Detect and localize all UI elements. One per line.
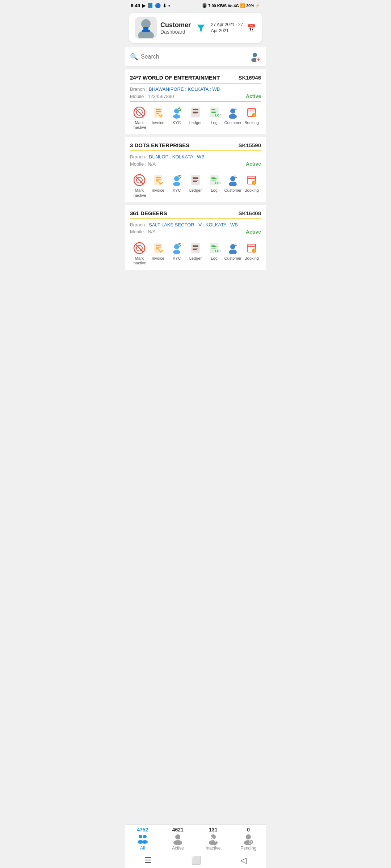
action-icon-mark-inactive xyxy=(133,242,146,255)
action-icon-kyc xyxy=(170,174,183,187)
action-label-ledger: Ledger xyxy=(189,256,202,261)
action-label-kyc: KYC xyxy=(173,256,181,261)
svg-rect-27 xyxy=(211,112,216,113)
action-customer[interactable]: L Customer xyxy=(224,174,242,197)
action-invoice[interactable]: Invoice xyxy=(149,106,167,130)
action-icon-kyc xyxy=(170,106,183,119)
svg-rect-48 xyxy=(193,177,198,178)
svg-point-86 xyxy=(229,250,237,254)
mobile-number: N/A xyxy=(148,229,156,234)
svg-rect-33 xyxy=(248,109,256,111)
status-time: 6:49 xyxy=(131,3,140,8)
branch-link[interactable]: SALT LAKE SECTOR - V : KOLKATA : WB xyxy=(149,222,238,227)
status-badge: Active xyxy=(246,161,261,167)
action-label-invoice: Invoice xyxy=(152,256,164,261)
date-range-text: 27 Apr 2021 - 27 Apr 2021 xyxy=(211,22,243,34)
customer-card: 24*7 WORLD OF ENTERTAINMENT SK16946 Bran… xyxy=(125,69,266,134)
action-label-mark-inactive: MarkInactive xyxy=(133,188,146,197)
page-title: Customer xyxy=(160,21,191,29)
svg-text:+: + xyxy=(257,57,260,62)
mobile-info: Mobile : 1234567890 Active xyxy=(130,93,261,99)
svg-rect-70 xyxy=(156,247,161,248)
action-kyc[interactable]: KYC xyxy=(168,174,186,197)
search-input[interactable] xyxy=(141,54,249,60)
fb-icon: 📘 xyxy=(147,3,153,8)
action-invoice[interactable]: Invoice xyxy=(149,174,167,197)
action-label-mark-inactive: MarkInactive xyxy=(133,120,146,130)
svg-text:i: i xyxy=(254,113,255,117)
branch-info: Branch : DUNLOP : KOLKATA : WB xyxy=(130,154,261,159)
status-badge: Active xyxy=(246,229,261,235)
svg-rect-3 xyxy=(142,30,150,32)
svg-text:LOG: LOG xyxy=(215,249,220,253)
action-label-customer: Customer xyxy=(224,256,242,261)
action-ledger[interactable]: Ledger xyxy=(186,106,205,130)
action-log[interactable]: LOG Log xyxy=(205,106,223,130)
add-customer-button[interactable]: + xyxy=(249,51,261,63)
action-customer[interactable]: L Customer xyxy=(224,242,242,265)
action-kyc[interactable]: KYC xyxy=(168,242,186,265)
svg-rect-82 xyxy=(211,246,216,247)
svg-rect-83 xyxy=(211,248,216,248)
svg-rect-50 xyxy=(193,180,198,180)
mobile-number: N/A xyxy=(148,161,156,167)
dot-icon: • xyxy=(168,3,170,8)
action-booking[interactable]: i Booking xyxy=(243,242,261,265)
download-icon: ⬇ xyxy=(163,3,167,8)
svg-point-73 xyxy=(173,250,180,254)
svg-rect-15 xyxy=(156,113,159,114)
action-log[interactable]: LOG Log xyxy=(205,174,223,197)
status-bar: 6:49 ▶ 📘 🔵 ⬇ • 📳 7.00 KB/S Vo 4G 📶 29% ⚡ xyxy=(125,0,266,10)
calendar-button[interactable]: 📅 xyxy=(247,24,256,32)
action-log[interactable]: LOG Log xyxy=(205,242,223,265)
action-label-customer: Customer xyxy=(224,120,242,125)
svg-rect-68 xyxy=(155,243,162,253)
action-label-ledger: Ledger xyxy=(189,120,202,125)
action-ledger[interactable]: Ledger xyxy=(186,242,205,265)
signal-icon: 📶 xyxy=(240,3,245,8)
action-kyc[interactable]: KYC xyxy=(168,106,186,130)
filter-button[interactable] xyxy=(194,21,207,34)
branch-link[interactable]: BHAWANIPORE : KOLKATA : WB xyxy=(149,86,220,92)
action-icon-kyc xyxy=(170,242,183,255)
page-subtitle: Dashboard xyxy=(160,29,191,35)
action-mark-inactive[interactable]: MarkInactive xyxy=(130,242,148,265)
svg-rect-23 xyxy=(193,114,197,114)
customer-name: 361 DEGEERS xyxy=(130,210,238,216)
action-icon-log: LOG xyxy=(208,174,221,187)
mobile-number: 1234567890 xyxy=(148,94,174,99)
divider xyxy=(130,150,261,151)
svg-marker-4 xyxy=(197,25,205,32)
svg-rect-25 xyxy=(211,109,215,110)
customer-card: 361 DEGEERS SK16408 Branch : SALT LAKE S… xyxy=(125,205,266,270)
action-invoice[interactable]: Invoice xyxy=(149,242,167,265)
action-icon-invoice xyxy=(152,106,165,119)
svg-text:LOG: LOG xyxy=(215,114,220,117)
action-icon-customer: L xyxy=(226,242,239,255)
action-mark-inactive[interactable]: MarkInactive xyxy=(130,174,148,197)
svg-rect-12 xyxy=(155,108,162,117)
customer-card: 3 DOTS ENTERPRISES SK15590 Branch : DUNL… xyxy=(125,137,266,202)
svg-text:LOG: LOG xyxy=(215,181,220,185)
svg-rect-14 xyxy=(156,111,161,112)
action-booking[interactable]: i Booking xyxy=(243,106,261,130)
speed: 7.00 KB/S xyxy=(208,4,227,8)
divider xyxy=(130,83,261,84)
action-label-log: Log xyxy=(211,188,217,193)
search-icon: 🔍 xyxy=(130,53,138,61)
circle-icon: 🔵 xyxy=(155,3,161,8)
action-booking[interactable]: i Booking xyxy=(243,174,261,197)
svg-rect-71 xyxy=(156,248,159,250)
svg-rect-20 xyxy=(193,109,198,110)
action-bar: MarkInactive Invoice xyxy=(130,171,261,202)
action-customer[interactable]: L Customer xyxy=(224,106,242,130)
svg-rect-78 xyxy=(193,248,198,248)
action-label-ledger: Ledger xyxy=(189,188,202,193)
customer-code: SK16946 xyxy=(238,75,261,81)
branch-link[interactable]: DUNLOP : KOLKATA : WB xyxy=(149,154,205,159)
vo-icon: Vo xyxy=(228,4,232,8)
svg-rect-13 xyxy=(156,109,161,110)
action-ledger[interactable]: Ledger xyxy=(186,174,205,197)
action-icon-log: LOG xyxy=(208,106,221,119)
action-mark-inactive[interactable]: MarkInactive xyxy=(130,106,148,130)
